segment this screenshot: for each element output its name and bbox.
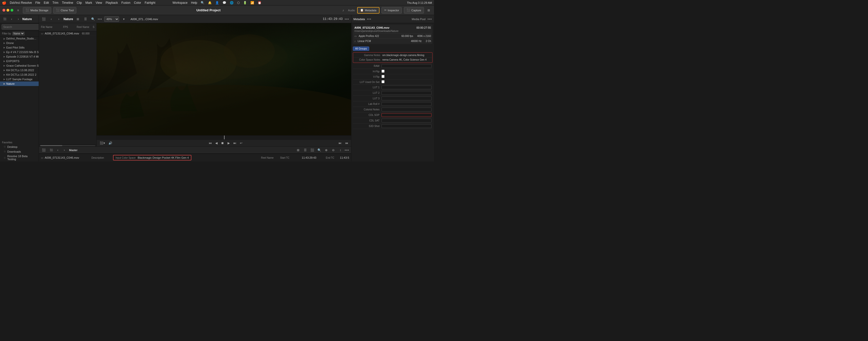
raw-input[interactable] bbox=[381, 64, 432, 68]
stop-button[interactable]: ⏹ bbox=[220, 141, 225, 145]
pool-more-icon[interactable]: ••• bbox=[428, 17, 432, 21]
search-input[interactable] bbox=[1, 24, 39, 30]
timeline-toggle-icon[interactable]: ⬛ bbox=[41, 147, 46, 153]
list-view-icon[interactable]: ☰ bbox=[83, 16, 88, 22]
maximize-button[interactable] bbox=[10, 9, 13, 11]
nav-forward-icon[interactable]: › bbox=[56, 16, 62, 22]
search-icon[interactable]: 🔍 bbox=[90, 16, 96, 22]
panel-toggle-icon[interactable]: ⬛ bbox=[2, 16, 7, 22]
expand-icon[interactable]: ⊞ bbox=[426, 7, 432, 13]
zoom-select[interactable]: 49% 25% 50% 75% 100% bbox=[104, 16, 119, 22]
audio-label[interactable]: Audio bbox=[348, 9, 355, 12]
tree-item[interactable]: ▶ Drone bbox=[0, 41, 39, 45]
capture-button[interactable]: ⬛ Capture bbox=[404, 7, 424, 13]
description-col[interactable]: Description bbox=[91, 157, 112, 159]
skip-first-button[interactable]: ⏭ bbox=[338, 141, 343, 145]
volume-button[interactable]: 🔊 bbox=[107, 141, 113, 145]
metadata-button[interactable]: 📋 Metadata bbox=[357, 7, 379, 13]
menu-fusion[interactable]: Fusion bbox=[121, 1, 130, 4]
close-button[interactable] bbox=[2, 9, 5, 11]
play-forward-button[interactable]: ▶ bbox=[226, 141, 231, 145]
lut-used-checkbox[interactable] bbox=[381, 80, 384, 83]
menu-fairlight[interactable]: Fairlight bbox=[145, 1, 155, 4]
tree-item[interactable]: ▶ DaVinci_Resolve_Studio_18.5_Mac.zip.do… bbox=[0, 36, 39, 41]
menu-edit[interactable]: Edit bbox=[44, 1, 49, 4]
tree-item[interactable]: ▶ East Pilot Stills bbox=[0, 45, 39, 50]
apple-menu[interactable]: 🍎 bbox=[2, 1, 6, 5]
lut3-input[interactable] bbox=[381, 96, 432, 100]
menu-chat-icon[interactable]: 💬 bbox=[222, 1, 226, 4]
timeline-panel-icon[interactable]: ⬛ bbox=[49, 147, 54, 153]
timeline-zoom-in-icon[interactable]: ⊕ bbox=[323, 147, 329, 153]
step-back-button[interactable]: ◀ bbox=[214, 141, 218, 145]
grid-view-icon[interactable]: ⊞ bbox=[75, 16, 81, 22]
nav-forward-icon[interactable]: › bbox=[16, 16, 21, 22]
view-options-button[interactable]: ⬛▾ bbox=[99, 141, 106, 145]
inspector-button[interactable]: ✂ Inspector bbox=[381, 7, 402, 13]
end-tc-col[interactable]: End TC bbox=[326, 157, 338, 159]
col-reel[interactable]: Reel Name bbox=[76, 26, 92, 28]
fav-downloads[interactable]: ☆ Downloads bbox=[0, 149, 39, 154]
timeline-list-icon[interactable]: ☰ bbox=[302, 147, 308, 153]
timeline-tool2-icon[interactable]: ⬛ bbox=[309, 147, 315, 153]
minimize-button[interactable] bbox=[6, 9, 9, 11]
col-s[interactable]: S bbox=[93, 26, 94, 28]
menu-globe-icon[interactable]: 🌐 bbox=[230, 1, 234, 4]
timeline-tool-icon[interactable]: ⊞ bbox=[296, 147, 301, 153]
lut1-input[interactable] bbox=[381, 85, 432, 89]
tree-item[interactable]: ▶ LUT Sample Footage bbox=[0, 77, 39, 82]
col-fps[interactable]: FPS bbox=[63, 26, 75, 28]
nav-back-icon[interactable]: ‹ bbox=[9, 16, 14, 22]
all-groups-button[interactable]: All Groups bbox=[353, 47, 369, 51]
tree-item-nature[interactable]: ▶ Nature bbox=[0, 82, 39, 86]
tree-item-grace[interactable]: ▶ Grace Cathedral Screen Shots bbox=[0, 63, 39, 68]
menu-workspace[interactable]: Workspace bbox=[173, 1, 188, 4]
menu-timeline[interactable]: Timeline bbox=[62, 1, 73, 4]
menu-playback[interactable]: Playback bbox=[105, 1, 118, 4]
reel-name-col[interactable]: Reel Name bbox=[261, 157, 279, 159]
file-row[interactable]: ▭ A006_07131143_C046.mov 60.000 bbox=[39, 31, 96, 36]
col-filename[interactable]: File Name bbox=[41, 26, 62, 28]
chevron-down-icon[interactable]: ▾ bbox=[121, 16, 127, 22]
timeline-sort-icon[interactable]: ↕ bbox=[338, 147, 343, 153]
timeline-nav-back[interactable]: ‹ bbox=[55, 147, 61, 153]
h-flip-checkbox[interactable] bbox=[381, 70, 384, 73]
file-more-icon[interactable]: ••• bbox=[345, 17, 349, 21]
metadata-more-icon[interactable]: ••• bbox=[367, 17, 371, 21]
media-storage-button[interactable]: ⬛ Media Storage bbox=[23, 7, 51, 13]
tree-item[interactable]: ▶ KH DCTLs 13.08.2022 bbox=[0, 68, 39, 73]
start-tc-col[interactable]: Start TC bbox=[280, 157, 300, 159]
menu-trim[interactable]: Trim bbox=[53, 1, 59, 4]
loop-button[interactable]: ↩ bbox=[239, 141, 243, 145]
menu-search-icon[interactable]: 🔍 bbox=[201, 1, 205, 4]
cdl-sop-input[interactable] bbox=[381, 113, 432, 117]
sidebar-toggle-icon[interactable]: ≡ bbox=[15, 7, 21, 13]
v-flip-checkbox[interactable] bbox=[381, 75, 384, 78]
panel-icon[interactable]: ⬛ bbox=[41, 16, 46, 22]
tree-item[interactable]: ▶ EXPORTS bbox=[0, 59, 39, 63]
filter-select[interactable]: Name bbox=[12, 32, 25, 35]
lab-roll-input[interactable] bbox=[381, 102, 432, 106]
skip-to-start-button[interactable]: ⏮ bbox=[208, 141, 213, 145]
menu-file[interactable]: File bbox=[35, 1, 40, 4]
s3d-shot-input[interactable] bbox=[381, 124, 432, 128]
menu-help[interactable]: Help bbox=[191, 1, 197, 4]
lut2-input[interactable] bbox=[381, 91, 432, 95]
menu-davinci[interactable]: DaVinci Resolve bbox=[10, 1, 32, 4]
cdl-sat-input[interactable] bbox=[381, 119, 432, 122]
audio-icon[interactable]: ♪ bbox=[341, 7, 346, 13]
menu-view[interactable]: View bbox=[96, 1, 102, 4]
timeline-more-icon[interactable]: ••• bbox=[345, 148, 349, 152]
skip-to-end-button[interactable]: ⏭ bbox=[232, 141, 237, 145]
timeline-nav-fwd[interactable]: › bbox=[62, 147, 67, 153]
timeline-search-icon[interactable]: 🔍 bbox=[316, 147, 322, 153]
input-color-space-badge[interactable]: Input Color Space Blackmagic Design Pock… bbox=[113, 155, 191, 161]
media-pool-button[interactable]: Media Pool bbox=[412, 18, 426, 21]
tree-item[interactable]: ▶ KH DCTLs 13.08.2022 2 bbox=[0, 73, 39, 77]
tree-item[interactable]: ▶ Ep 4 V4.7 221020 Mix B Stems bbox=[0, 50, 39, 54]
menu-mark[interactable]: Mark bbox=[85, 1, 92, 4]
menu-user-icon[interactable]: 👤 bbox=[215, 1, 219, 4]
colorist-notes-input[interactable] bbox=[381, 108, 432, 111]
skip-last-button[interactable]: ⏮ bbox=[344, 141, 349, 145]
fav-resolve-beta[interactable]: ☆ Resolve 18 Beta Testing bbox=[0, 154, 39, 162]
